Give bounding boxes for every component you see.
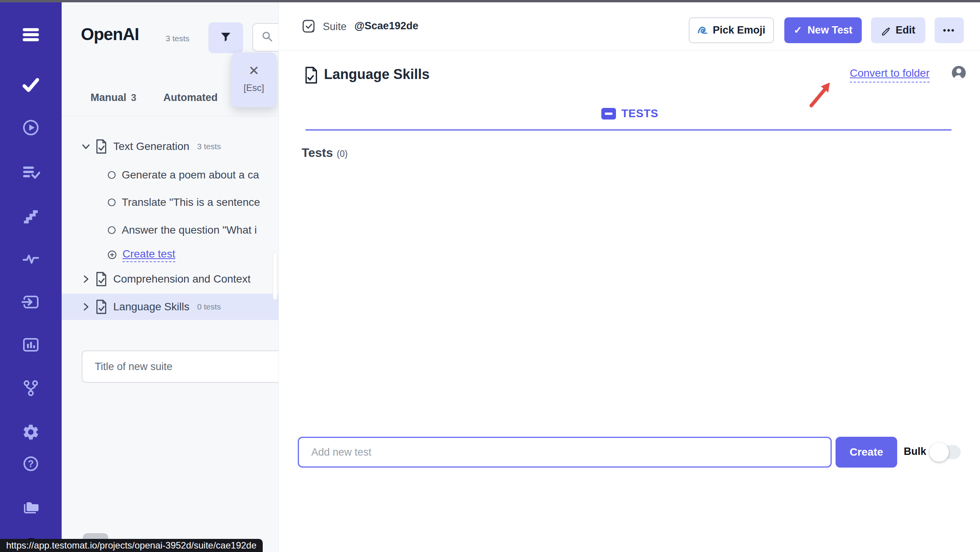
convert-to-folder-link[interactable]: Convert to folder: [850, 67, 930, 82]
tests-section-heading: Tests(0): [302, 146, 347, 160]
chevron-down-icon[interactable]: [81, 141, 91, 151]
circle-bullet-icon: [107, 170, 116, 180]
suite-count: 3 tests: [197, 142, 221, 151]
suites-tree-panel: OpenAI 3 tests ✕ [Esc] Manual3 Automated: [62, 2, 279, 552]
doc-check-icon: [95, 139, 108, 154]
pencil-icon: [881, 25, 891, 35]
tree-test-item[interactable]: Translate "This is a sentence: [62, 190, 279, 215]
tests-count: (0): [337, 149, 347, 159]
bulk-label: Bulk: [904, 446, 926, 458]
steps-icon[interactable]: [22, 207, 40, 225]
tab-manual[interactable]: Manual3: [91, 92, 136, 104]
help-icon[interactable]: ?: [22, 454, 40, 473]
analytics-chart-icon[interactable]: [22, 335, 40, 354]
tree-suite-language-skills[interactable]: Language Skills 0 tests: [62, 294, 279, 320]
play-circle-icon[interactable]: [22, 118, 40, 137]
tab-tests[interactable]: TESTS: [601, 107, 658, 120]
tree-suite-comprehension[interactable]: Comprehension and Context: [62, 266, 279, 292]
suite-name: Text Generation: [113, 140, 190, 153]
more-actions-button[interactable]: •••: [935, 17, 964, 43]
pick-emoji-button[interactable]: Pick Emoji: [689, 17, 774, 43]
edit-button[interactable]: Edit: [871, 17, 925, 43]
import-icon[interactable]: [22, 293, 40, 311]
project-name[interactable]: OpenAI: [81, 25, 139, 44]
hamburger-menu-icon[interactable]: [22, 25, 40, 44]
plus-circle-icon[interactable]: [107, 250, 117, 260]
tree-scrollbar-thumb[interactable]: [273, 252, 277, 300]
chevron-right-icon[interactable]: [81, 302, 91, 312]
create-test-link[interactable]: Create test: [123, 248, 175, 262]
chevron-right-icon[interactable]: [81, 274, 91, 284]
suite-name: Language Skills: [113, 301, 190, 313]
tab-underline: [305, 129, 951, 131]
pulse-icon[interactable]: [22, 249, 40, 268]
search-input[interactable]: [252, 23, 279, 52]
red-arrow-annotation: [807, 78, 841, 112]
assignee-avatar-icon[interactable]: [951, 65, 967, 82]
folder-icon[interactable]: [22, 497, 40, 516]
breadcrumb-type: Suite: [323, 21, 347, 33]
list-check-icon[interactable]: [22, 163, 40, 181]
tree-tabs: Manual3 Automated: [62, 83, 279, 116]
add-new-test-input[interactable]: [298, 437, 832, 468]
suite-header: Suite @Scae192de Pick Emoji ✓ New Test E…: [279, 2, 980, 50]
check-icon[interactable]: [22, 76, 40, 94]
circle-bullet-icon: [107, 226, 116, 235]
app-root: ? OpenAI 3 tests ✕ [Esc] Manual3 Autom: [0, 0, 980, 552]
main-content: Suite @Scae192de Pick Emoji ✓ New Test E…: [279, 2, 980, 552]
ellipsis-icon: •••: [943, 25, 955, 35]
svg-text:?: ?: [28, 458, 34, 469]
page-title: Language Skills: [324, 66, 430, 82]
search-icon: [262, 31, 273, 44]
check-icon: ✓: [794, 24, 802, 36]
new-test-button[interactable]: ✓ New Test: [784, 17, 862, 43]
icon-rail: ?: [0, 2, 62, 552]
filter-button[interactable]: [208, 22, 243, 53]
tree-suite-text-generation[interactable]: Text Generation 3 tests: [62, 134, 279, 159]
settings-gear-icon[interactable]: [22, 423, 40, 441]
status-url-tooltip: https://app.testomat.io/projects/openai-…: [0, 539, 263, 552]
tree-test-item[interactable]: Generate a poem about a ca: [62, 162, 279, 188]
branch-icon[interactable]: [22, 379, 40, 397]
create-button[interactable]: Create: [836, 437, 897, 468]
breadcrumb-suite-id: @Scae192de: [354, 20, 418, 32]
tree-test-item[interactable]: Answer the question "What i: [62, 217, 279, 243]
wave-emoji-icon: [697, 25, 708, 36]
filter-funnel-icon: [220, 31, 232, 44]
new-suite-title-input[interactable]: [82, 350, 279, 383]
bulk-toggle[interactable]: [931, 445, 961, 459]
suite-name: Comprehension and Context: [113, 273, 250, 285]
suite-count: 0 tests: [197, 302, 221, 311]
doc-check-icon: [95, 271, 108, 287]
tests-card-icon: [601, 108, 616, 119]
doc-check-icon: [304, 66, 319, 86]
tree-create-test-row: Create test: [62, 242, 279, 268]
manual-count: 3: [131, 92, 136, 103]
circle-bullet-icon: [107, 198, 116, 207]
tab-automated[interactable]: Automated: [163, 92, 218, 104]
doc-check-icon: [95, 299, 108, 315]
close-icon[interactable]: ✕: [231, 64, 277, 77]
project-tests-count: 3 tests: [166, 34, 190, 43]
suite-check-icon: [302, 19, 316, 35]
toggle-knob[interactable]: [930, 443, 949, 462]
